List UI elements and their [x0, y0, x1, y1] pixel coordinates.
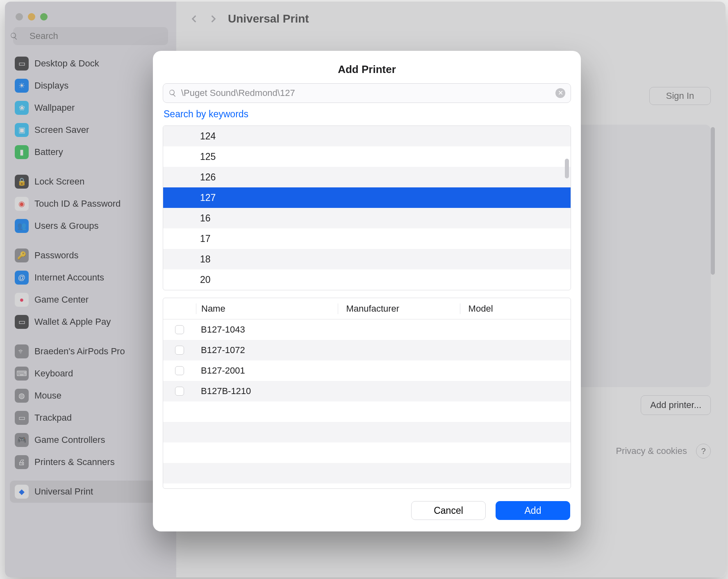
- tree-item[interactable]: 17: [163, 228, 571, 249]
- row-checkbox[interactable]: [175, 346, 184, 355]
- cell-name: B127B-1210: [196, 386, 338, 397]
- dialog-actions: Cancel Add: [153, 491, 581, 531]
- table-header: Name Manufacturer Model: [163, 298, 571, 319]
- column-model[interactable]: Model: [460, 303, 571, 314]
- location-tree: 12412512612716171820: [163, 125, 571, 290]
- column-manufacturer[interactable]: Manufacturer: [338, 303, 460, 314]
- row-checkbox[interactable]: [175, 387, 184, 396]
- cell-name: B127-1043: [196, 324, 338, 335]
- tree-item[interactable]: 18: [163, 249, 571, 269]
- tree-scrollbar[interactable]: [565, 159, 569, 178]
- dialog-search-input[interactable]: [163, 83, 571, 103]
- table-row: [163, 422, 571, 442]
- table-row[interactable]: B127B-1210: [163, 381, 571, 401]
- add-button[interactable]: Add: [496, 501, 570, 520]
- row-checkbox[interactable]: [175, 325, 184, 334]
- tree-item[interactable]: 127: [163, 187, 571, 208]
- search-icon: [168, 89, 177, 97]
- search-by-keywords-link[interactable]: Search by keywords: [153, 103, 581, 123]
- tree-item[interactable]: 126: [163, 167, 571, 187]
- tree-item[interactable]: 125: [163, 146, 571, 167]
- add-printer-dialog: Add Printer ✕ Search by keywords 1241251…: [153, 51, 581, 531]
- table-row[interactable]: B127-1072: [163, 340, 571, 360]
- cancel-button[interactable]: Cancel: [411, 501, 486, 520]
- dialog-search-row: ✕: [153, 83, 581, 103]
- table-row[interactable]: B127-2001: [163, 360, 571, 381]
- printers-table: Name Manufacturer Model B127-1043B127-10…: [163, 298, 571, 489]
- cell-name: B127-2001: [196, 365, 338, 376]
- row-checkbox[interactable]: [175, 366, 184, 375]
- column-name[interactable]: Name: [196, 303, 338, 314]
- table-row: [163, 401, 571, 422]
- tree-item[interactable]: 16: [163, 208, 571, 228]
- cell-name: B127-1072: [196, 345, 338, 356]
- table-row: [163, 442, 571, 463]
- clear-search-button[interactable]: ✕: [555, 88, 565, 98]
- dialog-title: Add Printer: [153, 51, 581, 83]
- table-row[interactable]: B127-1043: [163, 319, 571, 340]
- tree-item[interactable]: 124: [163, 126, 571, 146]
- tree-item[interactable]: 20: [163, 269, 571, 290]
- table-row: [163, 463, 571, 483]
